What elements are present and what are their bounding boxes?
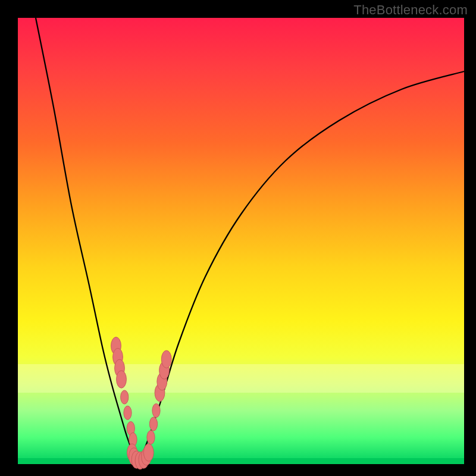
watermark-text: TheBottleneck.com [353,2,468,18]
data-marker [117,371,127,388]
data-marker [161,350,171,368]
data-marker [149,417,157,431]
data-marker [121,390,129,404]
data-marker [152,403,160,417]
chart-frame: TheBottleneck.com [0,0,476,476]
plot-area [18,18,464,464]
data-marker [147,430,155,444]
chart-svg [18,18,464,464]
data-marker [124,406,131,419]
right-curve [139,71,465,464]
marker-group [111,337,172,469]
data-marker [143,444,154,461]
